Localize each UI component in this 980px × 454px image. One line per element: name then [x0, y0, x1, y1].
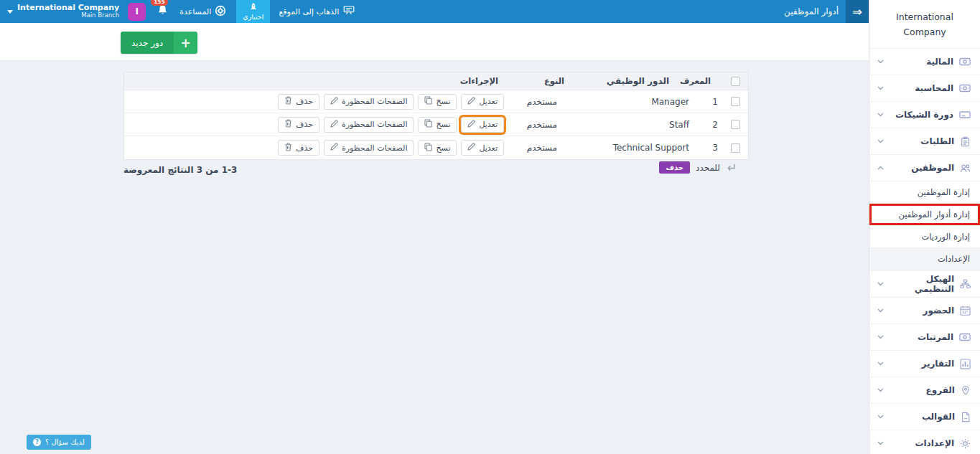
trash-icon	[284, 96, 292, 107]
caret-down-icon	[7, 10, 13, 14]
question-circle-icon: ?	[33, 438, 41, 446]
pencil-icon	[330, 97, 338, 107]
sitemap-icon	[960, 279, 971, 289]
sidebar-item-finance[interactable]: المالية	[869, 48, 980, 75]
plus-icon: +	[174, 32, 197, 54]
toolbar: دور جديد +	[0, 23, 869, 61]
cell-type: مستخدم	[504, 97, 576, 107]
roles-table: المعرف الدور الوظيفي النوع الإجراءات 1 M…	[123, 72, 749, 160]
header-role: الدور الوظيفي	[576, 76, 691, 86]
table-row: 3 Technical Support مستخدم تعديل نسخ الص…	[124, 136, 748, 159]
new-role-button[interactable]: دور جديد +	[121, 32, 197, 54]
copy-button[interactable]: نسخ	[418, 94, 457, 110]
edit-label: تعديل	[479, 97, 498, 106]
submenu-label: إدارة الورديات	[921, 232, 970, 242]
topbar: International Company Main Branch I 155 …	[0, 0, 869, 23]
double-arrow-icon: ⇒	[852, 5, 862, 19]
chevron-down-icon	[877, 361, 884, 366]
sidebar-item-employees[interactable]: الموظفين	[869, 154, 980, 181]
sidebar-item-reports[interactable]: التقارير	[869, 350, 980, 377]
chevron-down-icon	[877, 415, 884, 419]
have-a-question-button[interactable]: لديك سؤال ؟ ?	[27, 435, 91, 450]
delete-button[interactable]: حذف	[278, 94, 319, 110]
chevron-down-icon	[877, 282, 884, 286]
bulk-selected-label: للمحدد	[696, 163, 720, 173]
bell-icon	[157, 4, 168, 19]
sidebar-item-settings[interactable]: الإعدادات	[869, 430, 980, 454]
return-arrow-icon	[726, 164, 736, 172]
edit-button[interactable]: تعديل	[461, 140, 504, 156]
copy-button[interactable]: نسخ	[418, 140, 457, 156]
edit-button[interactable]: تعديل	[461, 94, 504, 110]
header-actions: الإجراءات	[124, 76, 504, 86]
trial-label: اختباري	[243, 13, 263, 21]
row-checkbox[interactable]	[731, 120, 740, 129]
go-to-site-link[interactable]: الذهاب إلى الموقع	[279, 6, 355, 17]
row-checkbox[interactable]	[731, 97, 740, 106]
money-icon	[959, 333, 971, 341]
copy-button[interactable]: نسخ	[418, 117, 457, 133]
delete-button[interactable]: حذف	[278, 140, 319, 156]
submenu-label: إدارة أدوار الموظفين	[898, 209, 970, 219]
go-to-site-label: الذهاب إلى الموقع	[279, 7, 339, 16]
copy-label: نسخ	[436, 143, 450, 153]
edit-button-highlighted[interactable]: تعديل	[461, 117, 504, 133]
cash-icon	[959, 84, 971, 93]
banned-pages-button[interactable]: الصفحات المحظورة	[324, 140, 414, 156]
delete-label: حذف	[296, 97, 313, 106]
notifications-button[interactable]: 155	[157, 4, 168, 19]
billboard-icon	[343, 6, 355, 17]
row-checkbox[interactable]	[731, 143, 740, 153]
bulk-actions: للمحدد حذف	[659, 161, 736, 174]
gear-icon	[960, 438, 971, 449]
company-switcher[interactable]: International Company Main Branch	[7, 4, 119, 19]
banned-pages-label: الصفحات المحظورة	[342, 97, 407, 106]
edit-label: تعديل	[479, 120, 498, 129]
header-type: النوع	[504, 76, 576, 86]
cell-role: Technical Support	[576, 143, 691, 153]
submenu-item-settings[interactable]: الإعدادات	[869, 248, 980, 270]
pencil-icon	[467, 143, 475, 153]
sidebar: International Company المالية المحاسبة د…	[869, 0, 980, 454]
calendar-icon	[960, 306, 971, 316]
lifebuoy-icon	[215, 5, 226, 19]
bulk-delete-button[interactable]: حذف	[659, 161, 690, 174]
banned-pages-button[interactable]: الصفحات المحظورة	[324, 94, 414, 110]
submenu-item-employee-management[interactable]: إدارة الموظفين	[869, 181, 980, 204]
submenu-label: الإعدادات	[938, 254, 970, 264]
sidebar-item-org-structure[interactable]: الهيكل التنظيمي	[869, 270, 980, 297]
sidebar-item-attendance[interactable]: الحضور	[869, 297, 980, 323]
cell-role: Manager	[576, 97, 691, 107]
cell-id: 3	[691, 143, 722, 153]
sidebar-item-branches[interactable]: الفروع	[869, 377, 980, 403]
select-all-checkbox[interactable]	[731, 77, 740, 86]
submenu-item-employee-roles-management[interactable]: إدارة أدوار الموظفين	[869, 204, 980, 226]
copy-icon	[424, 119, 432, 130]
new-role-label: دور جديد	[121, 32, 174, 54]
pencil-icon	[467, 120, 475, 130]
banned-pages-button[interactable]: الصفحات المحظورة	[324, 117, 414, 133]
help-menu[interactable]: المساعدة	[179, 5, 226, 19]
edit-label: تعديل	[479, 143, 498, 153]
table-row: 1 Manager مستخدم تعديل نسخ الصفحات المحظ…	[124, 90, 748, 113]
content-area: المعرف الدور الوظيفي النوع الإجراءات 1 M…	[0, 61, 869, 454]
sidebar-item-accounting[interactable]: المحاسبة	[869, 75, 980, 101]
table-row: 2 Staff مستخدم تعديل نسخ الصفحات المحظور…	[124, 113, 748, 136]
copy-label: نسخ	[436, 97, 450, 106]
sidebar-item-salaries[interactable]: المرتبات	[869, 323, 980, 350]
cell-id: 2	[691, 120, 722, 130]
avatar[interactable]: I	[128, 3, 146, 21]
people-icon	[960, 164, 971, 173]
cell-type: مستخدم	[504, 120, 576, 130]
submenu-item-shift-management[interactable]: إدارة الورديات	[869, 226, 980, 248]
sidebar-toggle-button[interactable]: ⇒	[846, 0, 869, 23]
sidebar-item-requests[interactable]: الطلبات	[869, 128, 980, 154]
delete-button[interactable]: حذف	[278, 117, 319, 133]
chevron-down-icon	[877, 60, 884, 64]
chevron-down-icon	[877, 388, 884, 392]
notification-badge: 155	[151, 0, 168, 6]
sidebar-item-templates[interactable]: القوالب	[869, 403, 980, 430]
sidebar-item-cheque-cycle[interactable]: دورة الشيكات	[869, 101, 980, 128]
help-button-label: لديك سؤال ؟	[45, 438, 85, 446]
trial-badge[interactable]: اختباري	[236, 0, 270, 23]
